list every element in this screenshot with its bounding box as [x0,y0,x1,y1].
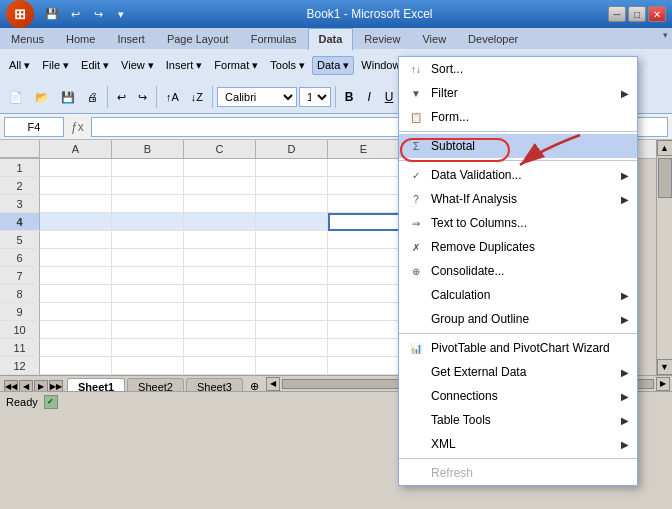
cell-A9[interactable] [40,303,112,321]
cell-A12[interactable] [40,357,112,375]
scroll-thumb[interactable] [658,158,672,198]
tab-formulas[interactable]: Formulas [240,28,308,49]
cell-E8[interactable] [328,285,400,303]
cell-E2[interactable] [328,177,400,195]
cell-B5[interactable] [112,231,184,249]
cell-E7[interactable] [328,267,400,285]
cell-D10[interactable] [256,321,328,339]
menu-item-subtotal[interactable]: Σ Subtotal [399,134,637,158]
cell-C11[interactable] [184,339,256,357]
cell-C7[interactable] [184,267,256,285]
tab-home[interactable]: Home [55,28,106,49]
menu-item-consolidate[interactable]: ⊕ Consolidate... [399,259,637,283]
cell-A3[interactable] [40,195,112,213]
menu-data[interactable]: Data ▾ [312,56,354,75]
col-header-B[interactable]: B [112,140,184,158]
cell-B7[interactable] [112,267,184,285]
menu-item-external-data[interactable]: Get External Data ▶ [399,360,637,384]
cell-A5[interactable] [40,231,112,249]
cell-D7[interactable] [256,267,328,285]
cell-E10[interactable] [328,321,400,339]
cell-C4[interactable] [184,213,256,231]
cell-A8[interactable] [40,285,112,303]
cell-D8[interactable] [256,285,328,303]
scroll-down-button[interactable]: ▼ [657,359,673,375]
cell-C1[interactable] [184,159,256,177]
cell-E4[interactable] [328,213,400,231]
tab-view[interactable]: View [411,28,457,49]
cell-B9[interactable] [112,303,184,321]
menu-tools[interactable]: Tools ▾ [265,56,310,75]
redo-qa-button[interactable]: ↪ [88,4,108,24]
cell-B8[interactable] [112,285,184,303]
cell-D5[interactable] [256,231,328,249]
cell-D4[interactable] [256,213,328,231]
menu-item-connections[interactable]: Connections ▶ [399,384,637,408]
menu-item-sort[interactable]: ↑↓ Sort... [399,57,637,81]
menu-item-form[interactable]: 📋 Form... [399,105,637,129]
menu-item-remove-dup[interactable]: ✗ Remove Duplicates [399,235,637,259]
cell-D1[interactable] [256,159,328,177]
menu-item-text-to-col[interactable]: ⇒ Text to Columns... [399,211,637,235]
font-size-select[interactable]: 11 [299,87,331,107]
row-num-12[interactable]: 12 [0,357,40,375]
minimize-button[interactable]: ─ [608,6,626,22]
tab-review[interactable]: Review [353,28,411,49]
undo-button[interactable]: ↩ [112,88,131,107]
tab-insert[interactable]: Insert [106,28,156,49]
col-header-A[interactable]: A [40,140,112,158]
tab-data[interactable]: Data [308,28,354,50]
office-button[interactable]: ⊞ [6,0,34,28]
tab-menus[interactable]: Menus [0,28,55,49]
cell-D6[interactable] [256,249,328,267]
cell-D11[interactable] [256,339,328,357]
cell-A2[interactable] [40,177,112,195]
row-num-1[interactable]: 1 [0,159,40,177]
cell-B4[interactable] [112,213,184,231]
cell-D9[interactable] [256,303,328,321]
new-button[interactable]: 📄 [4,88,28,107]
undo-qa-button[interactable]: ↩ [65,4,85,24]
redo-button[interactable]: ↪ [133,88,152,107]
row-num-8[interactable]: 8 [0,285,40,303]
save-button[interactable]: 💾 [56,88,80,107]
menu-item-xml[interactable]: XML ▶ [399,432,637,456]
menu-format[interactable]: Format ▾ [209,56,263,75]
open-button[interactable]: 📂 [30,88,54,107]
cell-reference-box[interactable] [4,117,64,137]
col-header-E[interactable]: E [328,140,400,158]
maximize-button[interactable]: □ [628,6,646,22]
menu-item-filter[interactable]: ▼ Filter ▶ [399,81,637,105]
row-num-9[interactable]: 9 [0,303,40,321]
sort-asc-button[interactable]: ↑A [161,88,184,106]
close-button[interactable]: ✕ [648,6,666,22]
cell-B2[interactable] [112,177,184,195]
row-num-6[interactable]: 6 [0,249,40,267]
row-num-3[interactable]: 3 [0,195,40,213]
cell-E3[interactable] [328,195,400,213]
qa-dropdown-button[interactable]: ▾ [111,4,131,24]
cell-C5[interactable] [184,231,256,249]
cell-B12[interactable] [112,357,184,375]
tab-page-layout[interactable]: Page Layout [156,28,240,49]
cell-B1[interactable] [112,159,184,177]
cell-E12[interactable] [328,357,400,375]
cell-D2[interactable] [256,177,328,195]
menu-insert[interactable]: Insert ▾ [161,56,208,75]
menu-item-refresh[interactable]: Refresh [399,461,637,485]
print-button[interactable]: 🖨 [82,88,103,106]
menu-item-pivottable[interactable]: 📊 PivotTable and PivotChart Wizard [399,336,637,360]
save-qa-button[interactable]: 💾 [42,4,62,24]
menu-file[interactable]: File ▾ [37,56,74,75]
sort-desc-button[interactable]: ↓Z [186,88,208,106]
corner-cell[interactable] [0,140,40,158]
cell-C2[interactable] [184,177,256,195]
scroll-right-button[interactable]: ▶ [656,377,670,391]
col-header-C[interactable]: C [184,140,256,158]
bold-button[interactable]: B [340,88,358,106]
row-num-5[interactable]: 5 [0,231,40,249]
row-num-4[interactable]: 4 [0,213,40,231]
cell-B3[interactable] [112,195,184,213]
cell-A1[interactable] [40,159,112,177]
cell-E5[interactable] [328,231,400,249]
